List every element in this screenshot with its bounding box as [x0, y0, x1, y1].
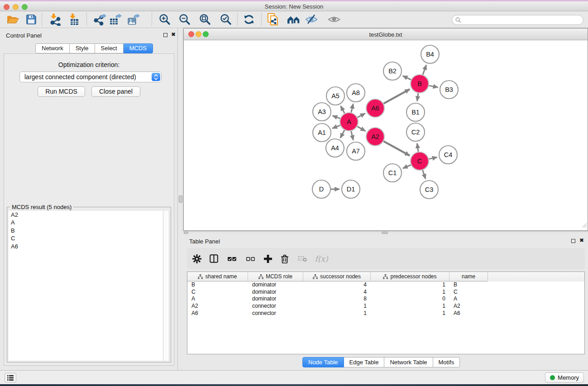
graph-edge[interactable] [417, 93, 419, 101]
graph-edge[interactable] [332, 125, 340, 129]
float-panel-icon[interactable] [163, 33, 167, 37]
show-columns-button[interactable] [206, 248, 221, 269]
graph-node[interactable]: A3 [313, 103, 331, 121]
graph-edge[interactable] [357, 126, 365, 131]
graph-node[interactable]: C1 [383, 164, 402, 182]
close-panel-icon[interactable]: ✖ [579, 237, 584, 243]
graph-node[interactable]: C3 [420, 181, 438, 199]
table-cell[interactable]: 0 [371, 295, 449, 303]
graph-node[interactable]: C4 [439, 146, 457, 164]
tab-network-table[interactable]: Network Table [384, 357, 433, 367]
graph-edge[interactable] [351, 131, 354, 140]
column-header[interactable]: predecessor nodes [371, 272, 449, 281]
graph-edge[interactable] [333, 116, 340, 119]
graph-edge[interactable] [358, 114, 365, 118]
graph-edge[interactable] [383, 141, 410, 156]
graph-edge[interactable] [403, 76, 411, 80]
hide-selected-button[interactable] [303, 12, 320, 27]
save-session-button[interactable] [23, 12, 39, 27]
graph-node[interactable]: B4 [421, 45, 439, 63]
table-cell[interactable]: A [187, 295, 248, 303]
result-item[interactable]: B [9, 227, 163, 235]
graph-node[interactable]: A5 [326, 87, 344, 105]
close-panel-button[interactable]: Close panel [91, 86, 140, 97]
graph-node[interactable]: C2 [406, 123, 425, 141]
run-mcds-button[interactable]: Run MCDS [38, 86, 85, 97]
graph-node[interactable]: B2 [383, 62, 402, 80]
function-builder-button[interactable]: f(x) [314, 248, 329, 269]
table-cell[interactable]: C [449, 289, 488, 296]
memory-button[interactable]: Memory [545, 372, 584, 383]
column-header[interactable]: MCDS role [248, 272, 303, 281]
graph-node[interactable]: A7 [347, 142, 365, 160]
graph-edge[interactable] [429, 157, 437, 159]
table-cell[interactable]: 1 [371, 310, 449, 317]
graph-node[interactable]: A2 [366, 128, 384, 146]
table-row[interactable]: A2connector11A2 [187, 303, 584, 310]
table-cell[interactable]: B [449, 281, 488, 289]
graph-node[interactable]: D1 [342, 180, 360, 198]
graph-edge[interactable] [341, 106, 345, 113]
delete-table-button[interactable] [295, 248, 310, 269]
table-settings-button[interactable] [189, 248, 205, 269]
import-network-button[interactable] [47, 12, 63, 27]
open-session-button[interactable] [5, 12, 21, 27]
export-network-button[interactable] [91, 12, 108, 27]
table-row[interactable]: A6connector11A6 [187, 310, 584, 317]
graph-node[interactable]: A4 [326, 139, 344, 157]
graph-node[interactable]: C [411, 152, 429, 170]
table-cell[interactable]: dominator [248, 289, 303, 296]
graph-edge[interactable] [429, 86, 438, 87]
table-cell[interactable]: B [187, 281, 248, 289]
table-cell[interactable]: 1 [371, 281, 449, 289]
table-cell[interactable]: 1 [303, 303, 371, 310]
table-cell[interactable]: 1 [303, 310, 371, 317]
table-cell[interactable]: A6 [187, 310, 248, 317]
new-network-from-selection-button[interactable] [265, 12, 282, 27]
horizontal-divider-handle[interactable] [382, 232, 388, 234]
tab-edge-table[interactable]: Edge Table [344, 357, 385, 367]
table-cell[interactable]: connector [248, 310, 303, 317]
table-cell[interactable]: dominator [248, 295, 303, 303]
table-cell[interactable]: 1 [371, 289, 449, 296]
search-field[interactable] [452, 15, 583, 25]
table-cell[interactable]: A2 [449, 303, 488, 310]
tab-node-table[interactable]: Node Table [302, 357, 344, 367]
delete-column-button[interactable] [277, 248, 292, 269]
network-canvas[interactable]: B4B2BB3A8A5A6A3B1AA1C2A2A4A7C4CC1C3DD1 [184, 40, 588, 230]
result-item[interactable]: A [9, 219, 163, 227]
deselect-all-button[interactable] [243, 248, 258, 269]
export-image-button[interactable] [125, 12, 142, 27]
show-all-button[interactable] [326, 12, 342, 27]
task-history-button[interactable] [5, 373, 16, 382]
close-panel-icon[interactable]: ✖ [171, 31, 176, 38]
table-cell[interactable]: 4 [303, 281, 371, 289]
graph-edge[interactable] [351, 104, 354, 112]
tab-motifs[interactable]: Motifs [433, 357, 460, 367]
import-table-button[interactable] [66, 12, 82, 27]
graph-node[interactable]: B [411, 75, 429, 93]
graph-edge[interactable] [403, 165, 411, 168]
column-header[interactable]: name [449, 272, 488, 281]
graph-node[interactable]: B3 [440, 81, 458, 99]
network-titlebar[interactable]: testGlobe.txt [184, 29, 588, 40]
select-all-button[interactable] [224, 248, 239, 269]
zoom-selected-button[interactable] [218, 12, 234, 27]
graph-node[interactable]: B1 [406, 103, 425, 121]
table-cell[interactable]: 8 [303, 295, 371, 303]
table-row[interactable]: Bdominator41B [187, 281, 584, 289]
table-cell[interactable]: C [187, 289, 248, 296]
graph-edge[interactable] [423, 65, 426, 75]
window-resize-grip[interactable] [581, 222, 587, 230]
graph-edge[interactable] [383, 89, 410, 104]
result-scrollbar[interactable] [163, 211, 169, 361]
graph-node[interactable]: A [340, 113, 358, 131]
tab-mcds[interactable]: MCDS [124, 43, 153, 53]
float-panel-icon[interactable] [571, 239, 575, 243]
graph-edge[interactable] [417, 143, 419, 152]
optimization-criterion-dropdown[interactable]: largest connected component (directed) [19, 71, 162, 82]
tab-select[interactable]: Select [95, 43, 124, 53]
graph-node[interactable]: A1 [313, 124, 331, 142]
result-item[interactable]: C [9, 235, 163, 243]
refresh-view-button[interactable] [241, 12, 257, 27]
